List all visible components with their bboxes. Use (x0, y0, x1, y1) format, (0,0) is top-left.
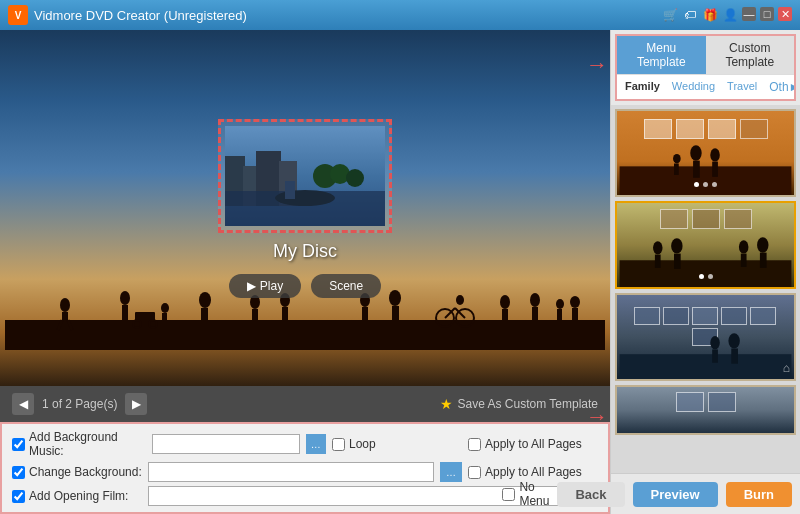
change-bg-browse-button[interactable]: … (440, 462, 462, 482)
main-container: My Disc ▶ Play Scene ◀ 1 of 2 Page(s) ▶ … (0, 30, 800, 514)
template-2-bg (617, 203, 794, 287)
svg-point-41 (275, 190, 335, 206)
svg-point-26 (456, 295, 464, 305)
category-travel[interactable]: Travel (723, 78, 761, 96)
svg-rect-6 (122, 305, 128, 320)
svg-point-29 (530, 293, 540, 307)
dot-3 (712, 182, 717, 187)
burn-button[interactable]: Burn (726, 482, 792, 507)
apply-all-pages-2-checkbox[interactable] (468, 466, 481, 479)
svg-rect-13 (201, 308, 208, 324)
svg-point-1 (60, 298, 70, 312)
template-item-4[interactable] (615, 385, 796, 435)
svg-point-31 (556, 299, 564, 309)
template-tab-bar: Menu Template Custom Template (617, 36, 794, 74)
apply-all-pages-1-label[interactable]: Apply to All Pages (468, 437, 598, 451)
user-icon[interactable]: 👤 (722, 7, 738, 23)
save-template-button[interactable]: ★ Save As Custom Template (440, 396, 598, 412)
svg-rect-61 (760, 253, 767, 268)
app-logo: V (8, 5, 28, 25)
minimize-button[interactable]: — (742, 7, 756, 21)
category-family[interactable]: Family (621, 78, 664, 96)
svg-rect-50 (712, 162, 718, 177)
play-button[interactable]: ▶ Play (229, 274, 301, 298)
no-menu-checkbox[interactable] (502, 488, 515, 501)
svg-rect-17 (282, 307, 288, 322)
svg-rect-46 (620, 166, 792, 195)
template-item-3[interactable]: ⌂ (615, 293, 796, 381)
template-1-dots (617, 182, 794, 187)
template-item-1[interactable] (615, 109, 796, 197)
svg-rect-55 (655, 255, 661, 268)
dot-2 (708, 274, 713, 279)
category-wedding[interactable]: Wedding (668, 78, 719, 96)
bg-music-browse-button[interactable]: … (306, 434, 326, 454)
scene-button[interactable]: Scene (311, 274, 381, 298)
next-page-button[interactable]: ▶ (125, 393, 147, 415)
change-bg-input[interactable] (148, 462, 434, 482)
svg-rect-2 (62, 312, 68, 327)
disc-title: My Disc (273, 241, 337, 262)
menu-template-tab[interactable]: Menu Template (617, 36, 706, 74)
template-item-2[interactable] (615, 201, 796, 289)
window-controls: 🛒 🏷 🎁 👤 — □ ✕ (662, 7, 792, 23)
no-menu-label[interactable]: No Menu (502, 480, 549, 508)
change-bg-row: Change Background: … Apply to All Pages (12, 462, 598, 482)
svg-point-58 (739, 240, 749, 253)
svg-rect-66 (731, 348, 738, 363)
svg-rect-34 (572, 308, 578, 322)
loop-checkbox[interactable] (332, 438, 345, 451)
apply-all-pages-1-checkbox[interactable] (468, 438, 481, 451)
bg-music-label[interactable]: Add Background Music: (12, 430, 146, 458)
svg-rect-48 (693, 161, 700, 178)
template-4-thumbs (617, 392, 794, 412)
svg-rect-64 (712, 349, 718, 362)
svg-rect-52 (674, 164, 679, 175)
custom-template-tab[interactable]: Custom Template (706, 36, 795, 74)
svg-point-54 (653, 241, 663, 254)
back-button[interactable]: Back (557, 482, 624, 507)
tag-icon[interactable]: 🏷 (682, 7, 698, 23)
loop-label[interactable]: Loop (332, 437, 462, 451)
change-bg-label[interactable]: Change Background: (12, 465, 142, 479)
svg-point-12 (199, 292, 211, 308)
svg-point-65 (728, 333, 739, 348)
prev-page-button[interactable]: ◀ (12, 393, 34, 415)
template-4-thumb-2 (708, 392, 736, 412)
preview-buttons: ▶ Play Scene (229, 274, 381, 298)
template-4-thumb-1 (676, 392, 704, 412)
change-bg-checkbox[interactable] (12, 466, 25, 479)
apply-all-pages-2-label[interactable]: Apply to All Pages (468, 465, 598, 479)
svg-rect-57 (674, 254, 681, 269)
titlebar: V Vidmore DVD Creator (Unregistered) 🛒 🏷… (0, 0, 800, 30)
page-nav-bar: ◀ 1 of 2 Page(s) ▶ ★ Save As Custom Temp… (0, 386, 610, 422)
cart-icon[interactable]: 🛒 (662, 7, 678, 23)
close-button[interactable]: ✕ (778, 7, 792, 21)
disc-thumbnail (218, 119, 392, 233)
svg-point-20 (389, 290, 401, 306)
silhouette-layer (0, 250, 610, 350)
bg-music-input[interactable] (152, 434, 300, 454)
opening-film-checkbox[interactable] (12, 490, 25, 503)
template-tabs: Menu Template Custom Template Family Wed… (615, 34, 796, 101)
svg-point-63 (710, 336, 720, 349)
svg-rect-0 (5, 320, 605, 350)
svg-point-45 (346, 169, 364, 187)
gift-icon[interactable]: 🎁 (702, 7, 718, 23)
disc-thumbnail-image (225, 126, 385, 226)
svg-point-10 (161, 303, 169, 313)
svg-point-51 (673, 154, 681, 164)
opening-film-label[interactable]: Add Opening Film: (12, 489, 142, 503)
svg-point-33 (570, 296, 580, 308)
category-other[interactable]: Oth► (765, 78, 794, 96)
preview-button[interactable]: Preview (633, 482, 718, 507)
template-1-bg (617, 111, 794, 195)
home-icon: ⌂ (783, 361, 790, 375)
right-panel: Menu Template Custom Template Family Wed… (610, 30, 800, 514)
maximize-button[interactable]: □ (760, 7, 774, 21)
left-panel: My Disc ▶ Play Scene ◀ 1 of 2 Page(s) ▶ … (0, 30, 610, 514)
svg-point-5 (120, 291, 130, 305)
bg-music-checkbox[interactable] (12, 438, 25, 451)
page-info: 1 of 2 Page(s) (42, 397, 117, 411)
svg-rect-42 (285, 181, 295, 199)
